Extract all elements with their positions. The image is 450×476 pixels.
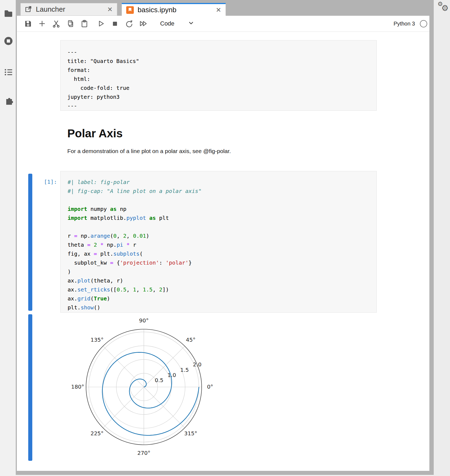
svg-text:315°: 315° (184, 430, 197, 437)
svg-text:1.0: 1.0 (167, 372, 176, 378)
svg-text:225°: 225° (90, 430, 103, 437)
svg-text:1.5: 1.5 (180, 367, 189, 373)
code-cell-code: #| label: fig-polar#| fig-cap: "A line p… (68, 178, 376, 312)
intro-paragraph: For a demonstration of a line plot on a … (67, 148, 231, 154)
save-icon[interactable] (24, 20, 32, 28)
svg-text:180°: 180° (71, 383, 84, 390)
output-collapser[interactable] (28, 314, 32, 461)
svg-text:90°: 90° (139, 317, 148, 324)
settings-gears-icon[interactable]: ⚙⚙ (437, 1, 450, 13)
insert-cell-icon[interactable] (38, 20, 46, 28)
tab-launcher[interactable]: Launcher ✕ (20, 3, 117, 16)
svg-text:0°: 0° (207, 383, 213, 390)
svg-text:0.5: 0.5 (155, 377, 163, 383)
tab-basics-label: basics.ipynb (138, 6, 215, 14)
right-edge-strip (434, 0, 450, 476)
cell-output-figure: 0°45°90°135°180°225°270°315°0.51.01.52.0 (68, 312, 220, 465)
run-all-icon[interactable] (139, 20, 147, 28)
tab-launcher-label: Launcher (36, 5, 107, 14)
notebook-icon (126, 6, 134, 14)
svg-text:270°: 270° (137, 450, 150, 456)
kernel-name[interactable]: Python 3 (394, 21, 415, 27)
yaml-cell[interactable]: ---title: "Quarto Basics"format: html: c… (60, 40, 377, 111)
input-collapser[interactable] (28, 174, 32, 311)
close-icon[interactable]: ✕ (107, 6, 113, 13)
table-of-contents-icon[interactable] (4, 67, 13, 77)
left-activity-bar (0, 0, 16, 476)
cell-type-dropdown[interactable]: Code (160, 20, 195, 28)
yaml-cell-code: ---title: "Quarto Basics"format: html: c… (67, 48, 376, 110)
cut-cells-icon[interactable] (52, 20, 60, 28)
restart-kernel-icon[interactable] (125, 20, 133, 28)
launcher-icon (25, 5, 32, 14)
kernel-status-icon[interactable] (420, 20, 427, 27)
folder-icon[interactable] (4, 8, 13, 18)
code-cell[interactable]: #| label: fig-polar#| fig-cap: "A line p… (60, 171, 377, 313)
notebook-toolbar: Code Python 3 (17, 16, 429, 32)
polar-plot: 0°45°90°135°180°225°270°315°0.51.01.52.0 (68, 312, 220, 464)
svg-text:135°: 135° (90, 337, 103, 343)
running-kernels-icon[interactable] (4, 36, 13, 46)
svg-text:2.0: 2.0 (193, 361, 202, 368)
paste-cells-icon[interactable] (80, 20, 88, 28)
cell-type-value: Code (160, 20, 175, 27)
extension-puzzle-icon[interactable] (4, 96, 13, 105)
close-icon[interactable]: ✕ (215, 6, 222, 14)
stop-icon[interactable] (111, 20, 119, 28)
copy-cells-icon[interactable] (66, 20, 74, 28)
svg-text:45°: 45° (186, 337, 195, 343)
run-icon[interactable] (97, 20, 105, 28)
chevron-down-icon (188, 20, 195, 28)
tab-basics-ipynb[interactable]: basics.ipynb ✕ (122, 3, 226, 16)
page-title: Polar Axis (67, 127, 123, 140)
